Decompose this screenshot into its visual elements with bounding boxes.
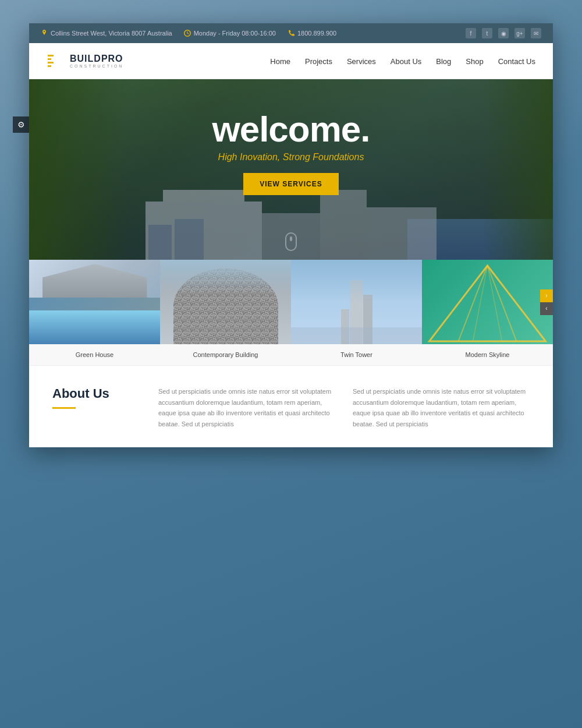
project-labels: Green House Contemporary Building Twin T…	[29, 344, 553, 366]
googleplus-icon[interactable]: g+	[514, 28, 525, 38]
svg-rect-3	[48, 62, 54, 63]
address-text: Collins Street West, Victoria 8007 Austr…	[51, 30, 172, 37]
project-item-1[interactable]	[29, 260, 160, 344]
svg-marker-12	[430, 266, 546, 341]
project-item-3[interactable]	[291, 260, 422, 344]
hero-title: welcome.	[29, 111, 553, 147]
about-underline	[52, 407, 76, 409]
social-links: f t ◉ g+ ✉	[466, 28, 541, 38]
project-item-2[interactable]	[160, 260, 291, 344]
hero-section: welcome. High Inovation, Strong Foundati…	[29, 79, 553, 260]
clock-icon	[184, 30, 191, 37]
top-bar-info: Collins Street West, Victoria 8007 Austr…	[41, 30, 336, 37]
svg-rect-7	[320, 190, 367, 260]
nav-home[interactable]: Home	[270, 57, 290, 66]
navbar: BUILDPRO CONSTRUCTION Home Projects Serv…	[29, 43, 553, 79]
hero-title-text: welcome.	[212, 109, 370, 149]
svg-rect-6	[262, 213, 320, 260]
gear-button[interactable]: ⚙	[13, 116, 29, 133]
facebook-icon[interactable]: f	[466, 28, 476, 38]
grid-navigation: › ‹	[540, 289, 553, 315]
svg-rect-8	[367, 207, 436, 260]
svg-rect-1	[48, 55, 54, 56]
svg-line-13	[459, 266, 488, 341]
logo-subtitle: CONSTRUCTION	[70, 64, 123, 68]
view-services-button[interactable]: VIEW SERVICES	[243, 173, 338, 195]
projects-grid: › ‹	[29, 260, 553, 344]
about-title-block: About Us	[52, 386, 141, 430]
address-item: Collins Street West, Victoria 8007 Austr…	[41, 30, 172, 37]
logo-text: BUILDPRO CONSTRUCTION	[70, 54, 123, 68]
project-label-1: Green House	[29, 344, 160, 365]
location-icon	[41, 30, 48, 37]
nav-projects[interactable]: Projects	[305, 57, 332, 66]
svg-line-14	[488, 266, 517, 341]
svg-rect-10	[148, 225, 172, 260]
about-title: About Us	[52, 386, 141, 401]
phone-item: 1800.899.900	[288, 30, 336, 37]
hero-subtitle: High Inovation, Strong Foundations	[29, 152, 553, 162]
nav-about[interactable]: About Us	[391, 57, 421, 66]
project-label-2: Contemporary Building	[160, 344, 291, 365]
triangle-building-svg	[422, 260, 553, 344]
project-label-4: Modern Skyline	[422, 344, 553, 365]
nav-menu: Home Projects Services About Us Blog Sho…	[270, 56, 535, 66]
svg-line-16	[488, 266, 502, 341]
svg-rect-2	[48, 58, 51, 60]
about-text-1: Sed ut perspiciatis unde omnis iste natu…	[158, 386, 335, 430]
grid-next-button[interactable]: ›	[540, 289, 553, 302]
logo[interactable]: BUILDPRO CONSTRUCTION	[47, 52, 123, 70]
phone-icon	[288, 30, 294, 37]
phone-text: 1800.899.900	[297, 30, 336, 37]
about-section: About Us Sed ut perspiciatis unde omnis …	[29, 366, 553, 447]
nav-blog[interactable]: Blog	[436, 57, 451, 66]
twitter-icon[interactable]: t	[482, 28, 492, 38]
svg-line-15	[473, 266, 488, 341]
top-bar: Collins Street West, Victoria 8007 Austr…	[29, 23, 553, 43]
email-icon[interactable]: ✉	[531, 28, 541, 38]
logo-name: BUILDPRO	[70, 54, 123, 64]
project-label-3: Twin Tower	[291, 344, 422, 365]
rss-icon[interactable]: ◉	[498, 28, 509, 38]
svg-rect-11	[175, 219, 204, 260]
grid-prev-button[interactable]: ‹	[540, 302, 553, 315]
nav-shop[interactable]: Shop	[466, 57, 483, 66]
nav-services[interactable]: Services	[347, 57, 376, 66]
hours-item: Monday - Friday 08:00-16:00	[184, 30, 276, 37]
svg-rect-4	[48, 65, 51, 67]
about-text-2: Sed ut perspiciatis unde omnis iste natu…	[353, 386, 530, 430]
nav-contact[interactable]: Contact Us	[498, 57, 535, 66]
project-item-4[interactable]	[422, 260, 553, 344]
hours-text: Monday - Friday 08:00-16:00	[194, 30, 276, 37]
hero-content: welcome. High Inovation, Strong Foundati…	[29, 79, 553, 195]
logo-icon	[47, 52, 64, 70]
